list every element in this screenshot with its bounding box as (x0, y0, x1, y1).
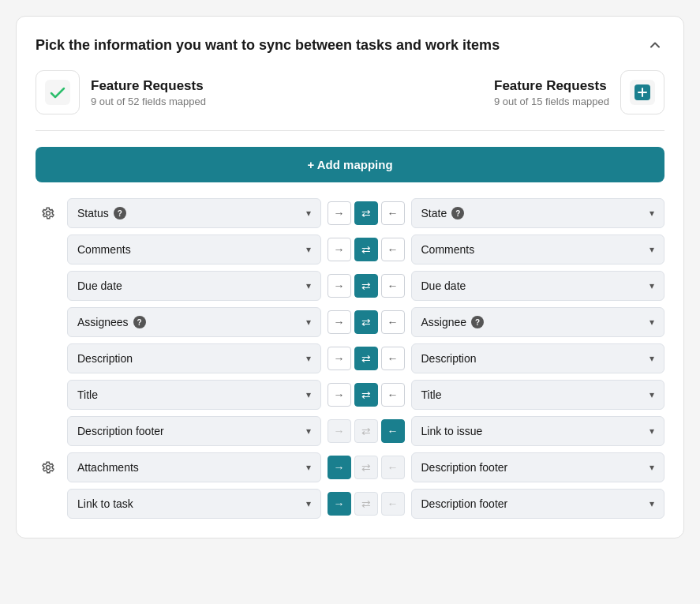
left-arrow-button[interactable]: → (328, 201, 351, 225)
help-icon: ? (471, 316, 484, 328)
mapping-row: Attachments ▾ →⇄← Description footer ▾ (36, 452, 664, 482)
right-field-select[interactable]: Description footer ▾ (411, 452, 665, 482)
right-arrow-button[interactable]: ← (381, 419, 405, 443)
chevron-down-icon: ▾ (306, 426, 311, 437)
mapping-row: Link to task ▾ →⇄← Description footer ▾ (36, 489, 664, 519)
left-field-label: Description (77, 352, 133, 365)
mapping-row: Comments ▾ →⇄← Comments ▾ (36, 234, 664, 264)
left-field-select[interactable]: Comments ▾ (67, 234, 321, 264)
left-field-label: Title (77, 388, 98, 401)
mapping-row: Description ▾ →⇄← Description ▾ (36, 343, 664, 373)
chevron-down-icon: ▾ (649, 389, 654, 400)
left-field-select[interactable]: Description footer ▾ (67, 416, 321, 446)
bidirectional-button[interactable]: ⇄ (354, 238, 378, 261)
mapping-row: Status ? ▾ →⇄← State ? ▾ (36, 198, 664, 228)
right-field-label: Assignee ? (421, 316, 485, 328)
header: Pick the information you want to sync be… (36, 36, 664, 54)
left-arrow-button[interactable]: → (328, 456, 351, 479)
right-field-select[interactable]: Title ▾ (411, 380, 665, 410)
left-field-select[interactable]: Due date ▾ (67, 271, 321, 301)
sync-controls: →⇄← (328, 310, 405, 334)
svg-rect-0 (45, 80, 70, 105)
left-arrow-button[interactable]: → (328, 383, 351, 407)
left-field-select[interactable]: Link to task ▾ (67, 489, 321, 519)
chevron-down-icon: ▾ (306, 280, 311, 291)
sync-controls: →⇄← (328, 238, 405, 261)
right-integration: Feature Requests 9 out of 15 fields mapp… (494, 70, 664, 114)
sync-controls: →⇄← (328, 274, 405, 298)
chevron-down-icon: ▾ (649, 498, 654, 509)
left-field-select[interactable]: Assignees ? ▾ (67, 307, 321, 337)
bidirectional-button[interactable]: ⇄ (354, 201, 378, 225)
left-integration-sub: 9 out of 52 fields mapped (91, 96, 206, 107)
right-arrow-button[interactable]: ← (381, 310, 405, 334)
left-field-label: Link to task (77, 497, 133, 510)
right-field-select[interactable]: Due date ▾ (411, 271, 665, 301)
left-arrow-button[interactable]: → (328, 419, 351, 443)
right-field-select[interactable]: Description ▾ (411, 343, 665, 373)
bidirectional-button[interactable]: ⇄ (354, 419, 378, 443)
right-arrow-button[interactable]: ← (381, 238, 405, 261)
right-arrow-button[interactable]: ← (381, 492, 405, 516)
right-field-select[interactable]: State ? ▾ (411, 198, 665, 228)
left-integration-icon (36, 70, 80, 114)
left-integration-name: Feature Requests (91, 78, 206, 94)
right-field-label: Description footer (421, 497, 508, 510)
mapping-row: Title ▾ →⇄← Title ▾ (36, 380, 664, 410)
right-field-label: State ? (421, 207, 465, 219)
left-integration: Feature Requests 9 out of 52 fields mapp… (36, 70, 206, 114)
right-arrow-button[interactable]: ← (381, 347, 405, 370)
left-field-label: Attachments (77, 461, 139, 474)
right-field-select[interactable]: Comments ▾ (411, 234, 665, 264)
mapping-row: Due date ▾ →⇄← Due date ▾ (36, 271, 664, 301)
mapping-row: Description footer ▾ →⇄← Link to issue ▾ (36, 416, 664, 446)
right-arrow-button[interactable]: ← (381, 201, 405, 225)
chevron-down-icon: ▾ (306, 498, 311, 509)
left-field-select[interactable]: Description ▾ (67, 343, 321, 373)
chevron-down-icon: ▾ (649, 426, 654, 437)
right-arrow-button[interactable]: ← (381, 383, 405, 407)
right-field-label: Description (421, 352, 477, 365)
left-field-label: Assignees ? (77, 316, 146, 328)
right-integration-icon (620, 70, 664, 114)
right-arrow-button[interactable]: ← (381, 274, 405, 298)
gear-button[interactable] (36, 455, 61, 480)
left-field-label: Description footer (77, 425, 164, 437)
left-arrow-button[interactable]: → (328, 310, 351, 334)
right-integration-name: Feature Requests (494, 78, 609, 94)
bidirectional-button[interactable]: ⇄ (354, 383, 378, 407)
sync-controls: →⇄← (328, 456, 405, 479)
left-arrow-button[interactable]: → (328, 238, 351, 261)
sync-controls: →⇄← (328, 419, 405, 443)
bidirectional-button[interactable]: ⇄ (354, 310, 378, 334)
left-field-select[interactable]: Title ▾ (67, 380, 321, 410)
left-field-select[interactable]: Attachments ▾ (67, 452, 321, 482)
chevron-down-icon: ▾ (649, 244, 654, 255)
add-mapping-button[interactable]: + Add mapping (36, 147, 664, 182)
help-icon: ? (133, 316, 146, 328)
chevron-down-icon: ▾ (306, 244, 311, 255)
left-field-label: Status ? (77, 207, 126, 219)
left-field-select[interactable]: Status ? ▾ (67, 198, 321, 228)
right-field-select[interactable]: Assignee ? ▾ (411, 307, 665, 337)
left-arrow-button[interactable]: → (328, 274, 351, 298)
mapping-rows: Status ? ▾ →⇄← State ? ▾ Comments ▾ →⇄← … (36, 198, 664, 519)
chevron-down-icon: ▾ (306, 462, 311, 473)
gear-button[interactable] (36, 201, 61, 226)
right-field-select[interactable]: Link to issue ▾ (411, 416, 665, 446)
chevron-down-icon: ▾ (649, 462, 654, 473)
main-container: Pick the information you want to sync be… (16, 16, 684, 538)
chevron-down-icon: ▾ (649, 280, 654, 291)
bidirectional-button[interactable]: ⇄ (354, 492, 378, 516)
right-field-label: Comments (421, 243, 475, 256)
right-field-select[interactable]: Description footer ▾ (411, 489, 665, 519)
left-arrow-button[interactable]: → (328, 492, 351, 516)
right-field-label: Due date (421, 279, 466, 292)
bidirectional-button[interactable]: ⇄ (354, 456, 378, 479)
collapse-button[interactable] (646, 36, 664, 54)
bidirectional-button[interactable]: ⇄ (354, 347, 378, 370)
left-arrow-button[interactable]: → (328, 347, 351, 370)
right-arrow-button[interactable]: ← (381, 456, 405, 479)
right-field-label: Description footer (421, 461, 508, 474)
bidirectional-button[interactable]: ⇄ (354, 274, 378, 298)
